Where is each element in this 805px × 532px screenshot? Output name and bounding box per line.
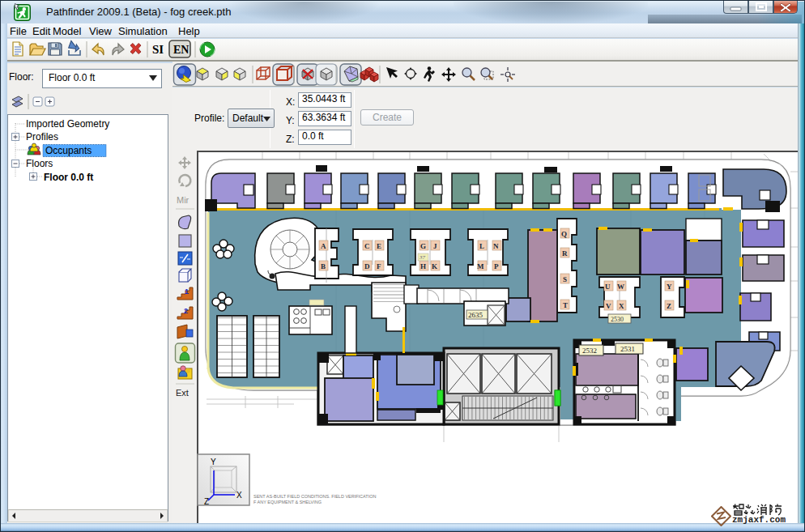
svg-text:B: B — [321, 262, 326, 270]
svg-text:Ext: Ext — [176, 388, 189, 398]
svg-text:R: R — [562, 249, 568, 257]
svg-text:H: H — [420, 262, 426, 270]
svg-text:X: X — [619, 302, 624, 310]
svg-text:2532: 2532 — [582, 347, 597, 355]
svg-text:Z: Z — [204, 497, 209, 506]
svg-text:V: V — [606, 302, 611, 310]
svg-text:A: A — [321, 242, 326, 250]
svg-text:L: L — [479, 242, 484, 250]
svg-text:D: D — [364, 262, 370, 270]
svg-text:Occupants: Occupants — [45, 145, 92, 156]
svg-text:2635: 2635 — [468, 311, 483, 319]
svg-text:Y: Y — [667, 283, 672, 291]
svg-text:1: 1 — [185, 287, 189, 296]
svg-text:Mir: Mir — [177, 195, 190, 205]
svg-text:P: P — [494, 262, 499, 270]
svg-text:37: 37 — [419, 254, 426, 261]
svg-text:Floor 0.0 ft: Floor 0.0 ft — [44, 172, 93, 183]
svg-text:E: E — [377, 242, 381, 250]
svg-text:G: G — [420, 242, 426, 250]
svg-text:N: N — [493, 242, 499, 250]
svg-text:Profiles: Profiles — [26, 131, 58, 143]
svg-text:Imported Geometry: Imported Geometry — [26, 118, 109, 130]
svg-text:U: U — [605, 283, 611, 291]
svg-text:S: S — [563, 275, 567, 283]
svg-text:F: F — [377, 262, 381, 270]
svg-text:W: W — [617, 283, 624, 291]
svg-text:T: T — [563, 301, 568, 309]
svg-text:EN: EN — [173, 44, 189, 56]
svg-text:SI: SI — [152, 43, 164, 56]
svg-text:Floors: Floors — [26, 158, 53, 169]
svg-text:X: X — [236, 491, 242, 500]
svg-text:F ANY EQUIPMENT & SHELVING: F ANY EQUIPMENT & SHELVING — [253, 500, 322, 504]
svg-text:Z: Z — [667, 302, 671, 310]
svg-text:2530: 2530 — [611, 316, 624, 323]
svg-text:M: M — [477, 262, 484, 270]
svg-text:J: J — [433, 242, 437, 250]
svg-text:Q: Q — [561, 230, 567, 238]
svg-text:K: K — [432, 262, 437, 270]
svg-text:Y: Y — [211, 458, 216, 466]
svg-text:2531: 2531 — [620, 345, 635, 353]
svg-text:2: 2 — [184, 307, 188, 315]
svg-text:C: C — [364, 242, 370, 250]
svg-text:SENT AS-BUILT FIELD CONDITIONS: SENT AS-BUILT FIELD CONDITIONS. FIELD VE… — [253, 494, 377, 499]
